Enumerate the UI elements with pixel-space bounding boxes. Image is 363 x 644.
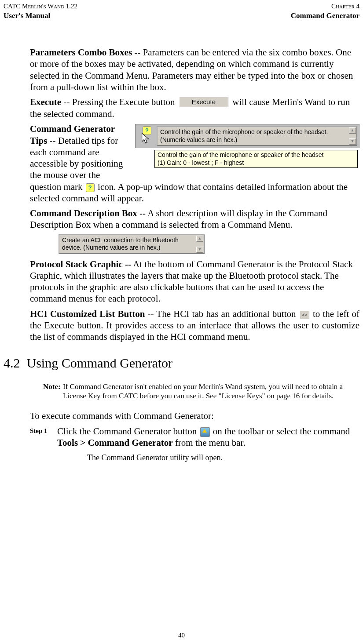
para-desc: Command Description Box -- A short descr…: [30, 207, 359, 231]
scrollbar[interactable]: ▲ ▼: [349, 127, 356, 145]
scroll-down-icon[interactable]: ▼: [196, 247, 203, 253]
step-label: Step 1: [30, 426, 57, 449]
intro-text: To execute commands with Command Generat…: [30, 410, 359, 422]
more-button[interactable]: >>: [300, 310, 309, 319]
menu-path: Tools > Command Generator: [57, 437, 173, 448]
command-generator-toolbar-icon[interactable]: [200, 427, 210, 437]
header-section: Command Generator: [291, 11, 359, 20]
section-heading: 4.2 Using Command Generator: [4, 355, 359, 371]
step-1: Step 1 Click the Command Generator butto…: [30, 426, 359, 449]
header-product: CATC Merlin's Wand 1.22: [4, 2, 77, 11]
desc-textbox: Create an ACL connection to the Bluetoot…: [59, 234, 205, 254]
tips-illustration: ? Control the gain of the microphone or …: [135, 124, 359, 168]
execute-button[interactable]: Execute: [179, 97, 228, 107]
header-chapter: Chapter 4: [331, 2, 359, 11]
desc-label: Command Description Box: [30, 208, 137, 218]
combo-boxes-label: Parameters Combo Boxes: [30, 47, 132, 58]
header-manual: User's Manual: [4, 11, 50, 20]
note-block: Note: If Command Generator isn't enabled…: [43, 382, 359, 401]
page-number: 40: [0, 631, 363, 640]
para-execute: Execute -- Pressing the Execute button E…: [30, 96, 359, 120]
para-combo-boxes: Parameters Combo Boxes -- Parameters can…: [30, 47, 359, 93]
tips-textbox: Control the gain of the microphone or sp…: [157, 126, 357, 146]
cursor-icon: [141, 132, 151, 147]
para-hci: HCI Customized List Button -- The HCI ta…: [30, 308, 359, 343]
step-1-result: The Command Generator utility will open.: [87, 453, 359, 463]
scroll-up-icon[interactable]: ▲: [349, 127, 356, 134]
hci-label: HCI Customized List Button: [30, 309, 145, 319]
stack-label: Protocol Stack Graphic: [30, 259, 123, 269]
scroll-down-icon[interactable]: ▼: [349, 138, 356, 145]
scrollbar[interactable]: ▲ ▼: [196, 236, 203, 253]
execute-label: Execute: [30, 97, 61, 107]
scroll-up-icon[interactable]: ▲: [196, 236, 203, 242]
para-stack: Protocol Stack Graphic -- At the bottom …: [30, 258, 359, 305]
question-mark-icon-inline: ?: [86, 183, 95, 192]
tooltip-popup: Control the gain of the microphone or sp…: [154, 150, 358, 168]
